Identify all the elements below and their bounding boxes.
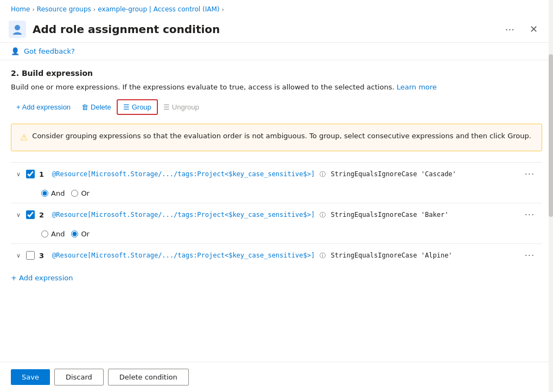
or-label-1[interactable]: Or — [71, 189, 90, 197]
and-radio-2[interactable] — [41, 230, 48, 237]
breadcrumb-home[interactable]: Home — [11, 5, 30, 13]
learn-more-link[interactable]: Learn more — [397, 83, 437, 91]
add-expression-link[interactable]: + Add expression — [11, 269, 542, 286]
info-icon-2: ⓘ — [320, 211, 326, 219]
group-button[interactable]: ☰ Group — [118, 100, 157, 114]
group-icon: ☰ — [123, 103, 130, 111]
breadcrumb: Home › Resource groups › example-group |… — [0, 0, 553, 16]
section-description: Build one or more expressions. If the ex… — [11, 82, 542, 93]
panel-title: Add role assignment condition — [33, 23, 494, 36]
ungroup-button[interactable]: ☰ Ungroup — [158, 100, 205, 114]
delete-condition-button[interactable]: Delete condition — [108, 369, 189, 385]
expression-checkbox-2[interactable] — [26, 210, 35, 219]
expression-text-1: @Resource[Microsoft.Storage/.../tags:Pro… — [52, 170, 517, 178]
breadcrumb-resource-groups[interactable]: Resource groups — [37, 5, 91, 13]
expression-text-3: @Resource[Microsoft.Storage/.../tags:Pro… — [52, 252, 517, 260]
delete-icon: 🗑 — [81, 103, 88, 111]
save-button[interactable]: Save — [11, 369, 50, 385]
panel-header: Add role assignment condition ··· ✕ — [0, 16, 553, 43]
add-expression-button[interactable]: + Add expression — [11, 100, 76, 114]
expression-more-2[interactable]: ··· — [522, 209, 538, 221]
expression-row-3: ∨ 3 @Resource[Microsoft.Storage/.../tags… — [11, 244, 542, 267]
expression-more-3[interactable]: ··· — [522, 249, 538, 262]
breadcrumb-example-group[interactable]: example-group | Access control (IAM) — [98, 5, 219, 13]
or-label-2[interactable]: Or — [71, 230, 90, 238]
or-radio-2[interactable] — [71, 230, 78, 237]
expression-text-2: @Resource[Microsoft.Storage/.../tags:Pro… — [52, 211, 517, 219]
expression-number-3: 3 — [39, 252, 48, 260]
chevron-icon-3[interactable]: ∨ — [15, 251, 22, 260]
info-icon-3: ⓘ — [320, 252, 326, 259]
section-title: 2. Build expression — [11, 69, 542, 78]
expression-number-2: 2 — [39, 211, 48, 219]
delete-button[interactable]: 🗑 Delete — [76, 100, 117, 114]
discard-button[interactable]: Discard — [54, 369, 104, 385]
expression-toolbar: + Add expression 🗑 Delete ☰ Group ☰ Ungr… — [11, 99, 542, 115]
svg-point-1 — [15, 25, 20, 30]
expression-more-1[interactable]: ··· — [522, 168, 538, 181]
feedback-icon: 👤 — [11, 47, 20, 55]
and-label-2[interactable]: And — [41, 230, 65, 238]
or-radio-1[interactable] — [71, 190, 78, 197]
expression-row-2: ∨ 2 @Resource[Microsoft.Storage/.../tags… — [11, 203, 542, 227]
azure-role-icon — [9, 21, 26, 38]
panel-footer: Save Discard Delete condition — [0, 362, 553, 392]
expression-checkbox-1[interactable] — [26, 170, 35, 178]
expression-number-1: 1 — [39, 170, 48, 178]
expression-item-1: ∨ 1 @Resource[Microsoft.Storage/.../tags… — [11, 162, 542, 203]
info-icon-1: ⓘ — [320, 171, 326, 178]
warning-icon: ⚠ — [20, 131, 28, 144]
expression-item-3: ∨ 3 @Resource[Microsoft.Storage/.../tags… — [11, 243, 542, 267]
expression-row-1: ∨ 1 @Resource[Microsoft.Storage/.../tags… — [11, 163, 542, 186]
chevron-icon-2[interactable]: ∨ — [15, 210, 22, 220]
warning-box: ⚠ Consider grouping expressions so that … — [11, 124, 542, 151]
feedback-bar[interactable]: 👤 Got feedback? — [0, 43, 553, 60]
ungroup-icon: ☰ — [163, 103, 170, 111]
and-radio-1[interactable] — [41, 190, 48, 197]
warning-text: Consider grouping expressions so that th… — [32, 131, 531, 142]
scrollbar-track — [549, 0, 553, 392]
and-or-row-2: And Or — [11, 227, 542, 243]
header-more-button[interactable]: ··· — [501, 22, 519, 37]
expression-item-2: ∨ 2 @Resource[Microsoft.Storage/.../tags… — [11, 203, 542, 243]
expressions-list: ∨ 1 @Resource[Microsoft.Storage/.../tags… — [11, 162, 542, 267]
expression-checkbox-3[interactable] — [26, 251, 35, 260]
and-label-1[interactable]: And — [41, 189, 65, 197]
feedback-label: Got feedback? — [24, 47, 75, 55]
scrollbar-thumb[interactable] — [549, 54, 553, 217]
content-area: 2. Build expression Build one or more ex… — [0, 60, 553, 362]
close-button[interactable]: ✕ — [525, 21, 542, 37]
and-or-row-1: And Or — [11, 186, 542, 203]
chevron-icon-1[interactable]: ∨ — [15, 170, 22, 179]
